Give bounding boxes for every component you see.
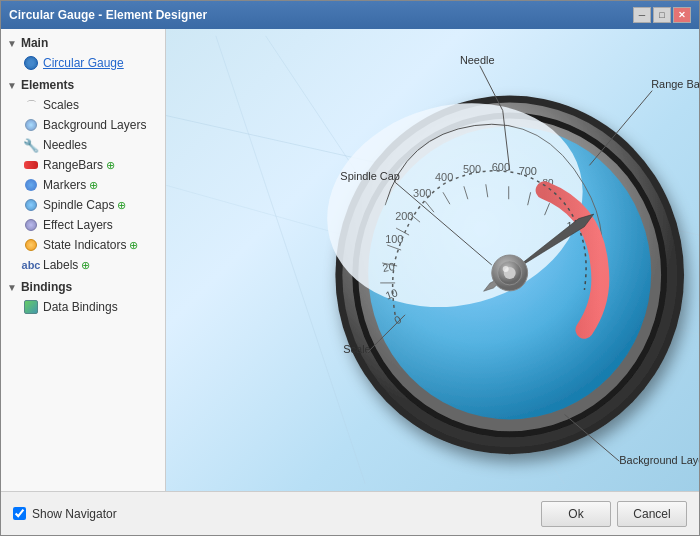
state-add-icon[interactable]: ⊕ <box>129 239 138 252</box>
marker-icon <box>23 177 39 193</box>
sidebar-item-labels[interactable]: abc Labels ⊕ <box>1 255 165 275</box>
arrow-icon-main: ▼ <box>7 38 17 49</box>
title-bar: Circular Gauge - Element Designer ─ □ ✕ <box>1 1 699 29</box>
sidebar-group-elements[interactable]: ▼ Elements <box>1 75 165 95</box>
state-icon <box>23 237 39 253</box>
needle-icon: 🔧 <box>23 137 39 153</box>
annotation-background-layer: Background Layer <box>619 454 699 466</box>
labels-add-icon[interactable]: ⊕ <box>81 259 90 272</box>
sidebar-item-range-bars-label: RangeBars <box>43 158 103 172</box>
sidebar-item-spindle-caps[interactable]: Spindle Caps ⊕ <box>1 195 165 215</box>
sidebar-item-background-layers-label: Background Layers <box>43 118 146 132</box>
sidebar-item-background-layers[interactable]: Background Layers <box>1 115 165 135</box>
main-display: 0 10 20 100 200 300 400 500 600 700 80 9… <box>166 29 699 491</box>
sidebar-section-elements: ▼ Elements ⌒ Scales Background Layers 🔧 … <box>1 75 165 275</box>
bg-layer-icon <box>23 117 39 133</box>
annotation-scale: Scale <box>343 343 370 355</box>
annotation-range-bar: Range Bar <box>651 78 699 90</box>
labels-icon: abc <box>23 257 39 273</box>
sidebar-group-bindings-label: Bindings <box>21 280 72 294</box>
sidebar-item-range-bars[interactable]: RangeBars ⊕ <box>1 155 165 175</box>
footer-right: Ok Cancel <box>541 501 687 527</box>
sidebar-item-circular-gauge-label: Circular Gauge <box>43 56 124 70</box>
sidebar-group-main[interactable]: ▼ Main <box>1 33 165 53</box>
effect-icon <box>23 217 39 233</box>
sidebar-group-elements-label: Elements <box>21 78 74 92</box>
sidebar-item-state-indicators[interactable]: State Indicators ⊕ <box>1 235 165 255</box>
maximize-button[interactable]: □ <box>653 7 671 23</box>
sidebar-item-needles-label: Needles <box>43 138 87 152</box>
show-navigator-checkbox[interactable] <box>13 507 26 520</box>
annotation-spindle-cap: Spindle Cap <box>340 170 400 182</box>
rangebar-icon <box>23 157 39 173</box>
main-window: Circular Gauge - Element Designer ─ □ ✕ … <box>0 0 700 536</box>
bindings-icon <box>23 299 39 315</box>
scale-icon: ⌒ <box>23 97 39 113</box>
sidebar-item-circular-gauge[interactable]: Circular Gauge <box>1 53 165 73</box>
svg-point-40 <box>503 266 509 272</box>
sidebar-item-data-bindings[interactable]: Data Bindings <box>1 297 165 317</box>
sidebar-item-scales-label: Scales <box>43 98 79 112</box>
arrow-icon-bindings: ▼ <box>7 282 17 293</box>
sidebar-group-bindings[interactable]: ▼ Bindings <box>1 277 165 297</box>
rangebar-add-icon[interactable]: ⊕ <box>106 159 115 172</box>
ok-button[interactable]: Ok <box>541 501 611 527</box>
sidebar-item-data-bindings-label: Data Bindings <box>43 300 118 314</box>
sidebar-group-main-label: Main <box>21 36 48 50</box>
annotation-needle: Needle <box>460 54 495 66</box>
gauge-visualization: 0 10 20 100 200 300 400 500 600 700 80 9… <box>166 29 699 491</box>
spindlecap-add-icon[interactable]: ⊕ <box>117 199 126 212</box>
spindlecap-icon <box>23 197 39 213</box>
window-title: Circular Gauge - Element Designer <box>9 8 207 22</box>
sidebar-item-markers-label: Markers <box>43 178 86 192</box>
footer: Show Navigator Ok Cancel <box>1 491 699 535</box>
gauge-icon <box>23 55 39 71</box>
arrow-icon-elements: ▼ <box>7 80 17 91</box>
minimize-button[interactable]: ─ <box>633 7 651 23</box>
content-area: ▼ Main Circular Gauge ▼ Elements ⌒ Scale… <box>1 29 699 491</box>
sidebar-section-main: ▼ Main Circular Gauge <box>1 33 165 73</box>
sidebar-item-labels-label: Labels <box>43 258 78 272</box>
close-button[interactable]: ✕ <box>673 7 691 23</box>
sidebar-section-bindings: ▼ Bindings Data Bindings <box>1 277 165 317</box>
window-controls: ─ □ ✕ <box>633 7 691 23</box>
cancel-button[interactable]: Cancel <box>617 501 687 527</box>
sidebar-item-effect-layers[interactable]: Effect Layers <box>1 215 165 235</box>
marker-add-icon[interactable]: ⊕ <box>89 179 98 192</box>
footer-left: Show Navigator <box>13 507 117 521</box>
sidebar-item-effect-layers-label: Effect Layers <box>43 218 113 232</box>
sidebar-item-needles[interactable]: 🔧 Needles <box>1 135 165 155</box>
sidebar: ▼ Main Circular Gauge ▼ Elements ⌒ Scale… <box>1 29 166 491</box>
sidebar-item-state-indicators-label: State Indicators <box>43 238 126 252</box>
sidebar-item-scales[interactable]: ⌒ Scales <box>1 95 165 115</box>
sidebar-item-spindle-caps-label: Spindle Caps <box>43 198 114 212</box>
sidebar-item-markers[interactable]: Markers ⊕ <box>1 175 165 195</box>
show-navigator-label: Show Navigator <box>32 507 117 521</box>
